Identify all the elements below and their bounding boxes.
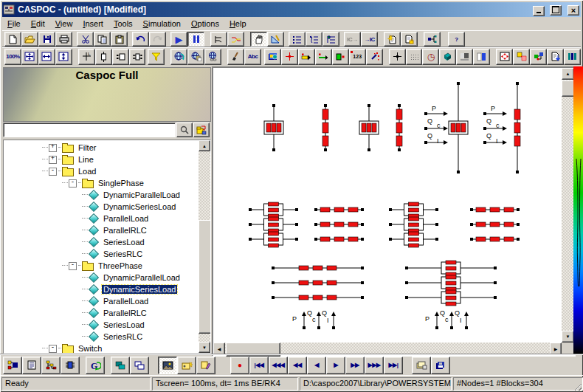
menu-insert[interactable]: Insert xyxy=(77,18,108,30)
animation-clock-button[interactable]: ◷ xyxy=(422,49,439,65)
edit-image-button[interactable] xyxy=(196,357,215,374)
tree-expander[interactable]: - xyxy=(49,345,57,353)
insert-block-io-button[interactable] xyxy=(129,49,146,65)
minimize-button[interactable] xyxy=(533,6,545,16)
tree-item-label[interactable]: SeriesRLC xyxy=(102,250,144,258)
block-diagram-button[interactable] xyxy=(3,357,22,374)
tree-item-label[interactable]: SinglePhase xyxy=(97,179,145,188)
insert-connection-button[interactable] xyxy=(281,49,298,65)
web-link-button[interactable] xyxy=(204,49,221,65)
save-all-button[interactable] xyxy=(431,357,450,374)
insert-block-button[interactable] xyxy=(112,49,129,65)
tree-item-label[interactable]: ParallelRLC xyxy=(102,226,148,235)
text-label-button[interactable]: Abc xyxy=(244,49,261,65)
tree-item-parallelload[interactable]: ParallelLoad xyxy=(4,295,199,307)
tree-item-label[interactable]: DynamicSeriesLoad xyxy=(102,285,177,294)
color-brush-button[interactable] xyxy=(227,49,244,65)
copy-pages-button[interactable] xyxy=(412,357,431,374)
tree-item-seriesrlc[interactable]: SeriesRLC xyxy=(4,248,199,260)
tree-item-label[interactable]: Switch xyxy=(77,344,103,353)
scope-probe-button[interactable] xyxy=(210,32,227,47)
help-button[interactable]: ? xyxy=(448,32,465,47)
tree-item-line[interactable]: +Line xyxy=(4,154,199,165)
fill-color-button[interactable] xyxy=(439,49,456,65)
grayscale-scale-button[interactable] xyxy=(456,49,473,65)
canvas-vscrollbar[interactable]: ▲ ▼ xyxy=(562,68,574,343)
tree-item-threephase[interactable]: -ThreePhase xyxy=(4,260,199,272)
subcircuit-button[interactable] xyxy=(530,49,547,65)
insert-component-button[interactable] xyxy=(95,49,112,65)
tree-scrollbar-thumb[interactable] xyxy=(199,220,211,334)
report-button[interactable] xyxy=(22,357,41,374)
center-view-button[interactable] xyxy=(496,49,513,65)
step-forward-button[interactable]: ▶ xyxy=(326,357,345,374)
fit-page-button[interactable] xyxy=(21,49,38,65)
library-browser-button[interactable] xyxy=(264,49,281,65)
cut-button[interactable] xyxy=(77,32,94,47)
load-initial-conditions-button[interactable]: →IC xyxy=(361,32,378,47)
tree-item-load[interactable]: -Load xyxy=(4,165,199,177)
redo-button[interactable] xyxy=(149,32,166,47)
tree-scrollbar[interactable]: ▲ ▼ xyxy=(199,140,210,353)
rewind-button[interactable]: ◀◀ xyxy=(288,357,307,374)
tree-scroll-down-button[interactable]: ▼ xyxy=(199,342,210,353)
tree-item-label[interactable]: SeriesLoad xyxy=(102,238,146,247)
menu-view[interactable]: View xyxy=(50,18,78,30)
tree-item-label[interactable]: DynamicSeriesLoad xyxy=(102,202,177,211)
netlist-button[interactable] xyxy=(289,32,306,47)
tree-item-dynamicseriesload[interactable]: DynamicSeriesLoad xyxy=(4,201,199,213)
tree-scroll-up-button[interactable]: ▲ xyxy=(199,140,210,151)
component-search-input[interactable] xyxy=(3,123,176,137)
canvas-scroll-up-button[interactable]: ▲ xyxy=(562,68,574,80)
save-button[interactable] xyxy=(38,32,55,47)
edit-mode-button[interactable] xyxy=(267,32,284,47)
tree-item-label[interactable]: ThreePhase xyxy=(97,261,144,270)
fit-width-button[interactable] xyxy=(38,49,55,65)
copy-button[interactable] xyxy=(94,32,111,47)
new-image-button[interactable] xyxy=(177,357,196,374)
schematic-canvas[interactable]: PQcQIPQcQIPQcQIPQcQI xyxy=(213,68,559,340)
new-file-button[interactable] xyxy=(4,32,21,47)
menu-options[interactable]: Options xyxy=(186,18,224,30)
zoom-100-button[interactable]: 100% xyxy=(4,49,21,65)
new-project-wizard-button[interactable] xyxy=(384,32,401,47)
tree-expander[interactable]: - xyxy=(69,262,77,270)
waveform-button[interactable] xyxy=(227,32,244,47)
signal-arrow-button[interactable] xyxy=(315,49,332,65)
tree-item-label[interactable]: Line xyxy=(77,155,95,164)
toggle-grid-button[interactable] xyxy=(406,49,423,65)
options-list-button[interactable] xyxy=(322,32,339,47)
node-diagram-button[interactable] xyxy=(424,32,441,47)
step-back-button[interactable]: ◀ xyxy=(307,357,326,374)
tree-item-parallelload[interactable]: ParallelLoad xyxy=(4,213,199,224)
skip-start-button[interactable]: |◀◀ xyxy=(249,357,269,374)
tree-item-dynamicparallelload[interactable]: DynamicParallelLoad xyxy=(4,272,199,283)
menu-help[interactable]: Help xyxy=(224,18,252,30)
show-image-button[interactable] xyxy=(158,357,177,374)
open-file-button[interactable] xyxy=(21,32,38,47)
forward-fast-button[interactable]: ▶▶▶ xyxy=(365,357,384,374)
tree-item-singlephase[interactable]: -SinglePhase xyxy=(4,177,199,189)
filter-library-button[interactable] xyxy=(148,49,165,65)
print-button[interactable] xyxy=(55,32,72,47)
tree-expander[interactable]: - xyxy=(49,168,57,176)
tree-item-label[interactable]: ParallelLoad xyxy=(102,297,150,306)
tree-item-seriesload[interactable]: SeriesLoad xyxy=(4,319,199,331)
tree-expander[interactable]: + xyxy=(49,144,57,152)
tree-item-dynamicseriesload[interactable]: DynamicSeriesLoad xyxy=(4,283,199,295)
insert-state-button[interactable] xyxy=(332,49,349,65)
scope-bars-button[interactable] xyxy=(564,49,581,65)
tree-item-label[interactable]: Filter xyxy=(77,143,97,152)
tree-item-seriesload[interactable]: SeriesLoad xyxy=(4,236,199,248)
tree-item-label[interactable]: DynamicParallelLoad xyxy=(102,273,182,282)
pause-simulation-button[interactable] xyxy=(187,32,204,47)
undo-button[interactable] xyxy=(132,32,149,47)
tree-expander[interactable]: - xyxy=(69,179,77,188)
menu-tools[interactable]: Tools xyxy=(108,18,138,30)
web-library-button[interactable] xyxy=(187,49,204,65)
tree-item-label[interactable]: DynamicParallelLoad xyxy=(102,190,182,199)
tree-item-label[interactable]: SeriesRLC xyxy=(102,332,144,341)
tree-item-switch[interactable]: -Switch xyxy=(4,343,199,353)
tree-item-label[interactable]: Load xyxy=(77,167,97,176)
show-values-button[interactable]: 123 xyxy=(349,49,366,65)
